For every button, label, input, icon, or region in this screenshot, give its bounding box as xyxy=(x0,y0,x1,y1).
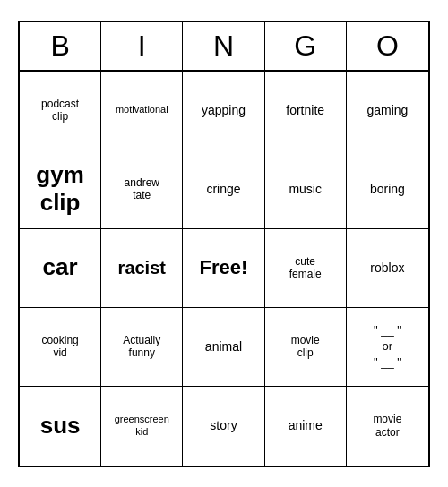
cell-text-free: Free! xyxy=(200,256,248,279)
cell-text: racist xyxy=(118,257,166,278)
header-i: I xyxy=(101,22,183,70)
cell-0-2[interactable]: yapping xyxy=(183,72,264,150)
cell-text: sus xyxy=(40,412,81,440)
header-o: O xyxy=(347,22,428,70)
cell-1-3[interactable]: music xyxy=(265,150,347,229)
cell-4-3[interactable]: anime xyxy=(265,387,347,466)
header-n: N xyxy=(183,22,264,70)
cell-0-0[interactable]: podcastclip xyxy=(20,72,101,150)
cell-text: " __ "or" __ " xyxy=(374,322,401,372)
cell-2-3[interactable]: cutefemale xyxy=(265,229,347,308)
cell-text: motivational xyxy=(116,104,168,115)
cell-0-3[interactable]: fortnite xyxy=(265,72,347,150)
cell-text: gaming xyxy=(366,103,408,118)
cell-text: yapping xyxy=(202,103,246,118)
cell-text: animal xyxy=(205,339,242,355)
cell-text: Actuallyfunny xyxy=(123,334,160,360)
cell-1-1[interactable]: andrewtate xyxy=(101,150,183,229)
cell-text: fortnite xyxy=(286,103,324,118)
cell-text: andrewtate xyxy=(125,176,159,202)
cell-3-3[interactable]: movieclip xyxy=(265,308,347,387)
cell-text: podcastclip xyxy=(41,98,79,124)
cell-text: boring xyxy=(370,182,405,197)
cell-2-4[interactable]: roblox xyxy=(347,229,428,308)
cell-2-2[interactable]: Free! xyxy=(183,229,264,308)
cell-text: music xyxy=(289,182,322,197)
header-b: B xyxy=(20,22,101,70)
cell-text: movieactor xyxy=(373,413,401,439)
cell-text: cringe xyxy=(206,182,240,197)
cell-4-4[interactable]: movieactor xyxy=(347,387,428,466)
cell-3-4[interactable]: " __ "or" __ " xyxy=(347,308,428,387)
cell-4-0[interactable]: sus xyxy=(20,387,101,466)
cell-text: roblox xyxy=(370,261,404,276)
cell-1-0[interactable]: gymclip xyxy=(20,150,101,229)
cell-1-4[interactable]: boring xyxy=(347,150,428,229)
cell-0-4[interactable]: gaming xyxy=(347,72,428,150)
cell-text: anime xyxy=(289,418,323,433)
cell-text: cutefemale xyxy=(289,255,322,281)
cell-4-1[interactable]: greenscreenkid xyxy=(101,387,183,466)
cell-text: gymclip xyxy=(36,161,83,217)
cell-2-1[interactable]: racist xyxy=(101,229,183,308)
cell-1-2[interactable]: cringe xyxy=(183,150,264,229)
cell-text: movieclip xyxy=(291,334,320,360)
cell-3-2[interactable]: animal xyxy=(183,308,264,387)
cell-3-0[interactable]: cookingvid xyxy=(20,308,101,387)
bingo-card: B I N G O podcastclip motivational yappi… xyxy=(18,21,430,467)
bingo-grid: podcastclip motivational yapping fortnit… xyxy=(20,72,428,466)
cell-2-0[interactable]: car xyxy=(20,229,101,308)
cell-text: car xyxy=(43,253,78,281)
bingo-header: B I N G O xyxy=(20,22,428,72)
cell-3-1[interactable]: Actuallyfunny xyxy=(101,308,183,387)
header-g: G xyxy=(265,22,347,70)
cell-text: greenscreenkid xyxy=(115,414,169,437)
cell-text: story xyxy=(210,418,237,433)
cell-text: cookingvid xyxy=(41,334,78,360)
cell-4-2[interactable]: story xyxy=(183,387,264,466)
cell-0-1[interactable]: motivational xyxy=(101,72,183,150)
